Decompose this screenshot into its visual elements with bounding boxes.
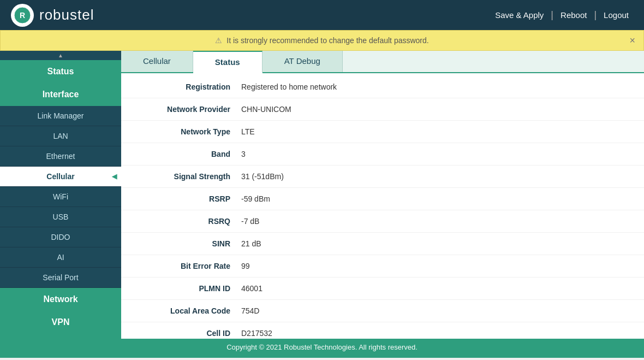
sidebar-item-serial-port[interactable]: Serial Port: [0, 268, 121, 288]
table-row: Band3: [121, 143, 644, 166]
table-row: RSRP-59 dBm: [121, 188, 644, 210]
row-value: 3: [241, 150, 246, 158]
table-row: Local Area Code754D: [121, 300, 644, 322]
row-value: -59 dBm: [241, 194, 270, 203]
row-label: Signal Strength: [132, 172, 241, 181]
sidebar-item-dido[interactable]: DIDO: [0, 227, 121, 247]
row-label: Local Area Code: [132, 306, 241, 315]
sidebar-item-ethernet[interactable]: Ethernet: [0, 146, 121, 167]
row-label: Cell ID: [132, 329, 241, 338]
tab-status[interactable]: Status: [193, 51, 263, 73]
row-label: SINR: [132, 239, 241, 248]
table-row: Network ProviderCHN-UNICOM: [121, 98, 644, 121]
logo: R robustel: [11, 4, 94, 27]
sidebar-item-usb[interactable]: USB: [0, 207, 121, 227]
data-table: RegistrationRegistered to home networkNe…: [121, 73, 644, 339]
row-label: RSRQ: [132, 217, 241, 226]
main-layout: ▲ Status Interface Link Manager LAN Ethe…: [0, 51, 644, 339]
row-value: 99: [241, 262, 250, 270]
table-row: RSRQ-7 dB: [121, 210, 644, 233]
warning-icon: ⚠: [215, 36, 222, 45]
table-row: Signal Strength31 (-51dBm): [121, 166, 644, 188]
footer: Copyright © 2021 Robustel Technologies. …: [0, 339, 644, 358]
save-apply-button[interactable]: Save & Apply: [491, 10, 548, 20]
table-row: Network TypeLTE: [121, 121, 644, 143]
tab-at-debug[interactable]: AT Debug: [263, 51, 343, 72]
reboot-button[interactable]: Reboot: [556, 10, 591, 20]
logo-text: robustel: [39, 7, 94, 23]
row-label: Bit Error Rate: [132, 262, 241, 270]
sidebar-network[interactable]: Network: [0, 288, 121, 311]
row-label: RSRP: [132, 194, 241, 203]
sidebar: ▲ Status Interface Link Manager LAN Ethe…: [0, 51, 121, 339]
row-label: Band: [132, 150, 241, 158]
warning-close-button[interactable]: ×: [629, 35, 635, 46]
sidebar-item-cellular[interactable]: Cellular: [0, 167, 121, 187]
row-label: Registration: [132, 82, 241, 91]
table-row: Cell IDD217532: [121, 322, 644, 339]
table-row: Bit Error Rate99: [121, 255, 644, 278]
header: R robustel Save & Apply | Reboot | Logou…: [0, 0, 644, 30]
svg-text:R: R: [20, 11, 25, 20]
sidebar-interface[interactable]: Interface: [0, 83, 121, 106]
logout-button[interactable]: Logout: [599, 10, 633, 20]
row-value: -7 dB: [241, 217, 259, 226]
table-row: RegistrationRegistered to home network: [121, 76, 644, 98]
row-value: 21 dB: [241, 239, 261, 248]
row-label: Network Provider: [132, 105, 241, 114]
header-actions: Save & Apply | Reboot | Logout: [491, 9, 633, 21]
row-value: LTE: [241, 127, 255, 136]
row-value: 31 (-51dBm): [241, 172, 284, 181]
sidebar-scroll-up[interactable]: ▲: [0, 51, 121, 60]
sidebar-status[interactable]: Status: [0, 60, 121, 83]
row-value: 754D: [241, 306, 259, 315]
row-value: D217532: [241, 329, 272, 338]
divider-1: |: [551, 9, 553, 21]
row-label: PLMN ID: [132, 284, 241, 293]
table-row: SINR21 dB: [121, 233, 644, 255]
sidebar-item-ai[interactable]: AI: [0, 247, 121, 268]
warning-banner: ⚠ It is strongly recommended to change t…: [0, 30, 644, 51]
content-area: Cellular Status AT Debug RegistrationReg…: [121, 51, 644, 339]
row-label: Network Type: [132, 127, 241, 136]
tab-cellular[interactable]: Cellular: [121, 51, 193, 72]
sidebar-item-lan[interactable]: LAN: [0, 126, 121, 146]
divider-2: |: [594, 9, 597, 21]
sidebar-item-link-manager[interactable]: Link Manager: [0, 106, 121, 126]
warning-message: It is strongly recommended to change the…: [226, 36, 428, 45]
sidebar-item-wifi[interactable]: WiFi: [0, 187, 121, 207]
logo-icon: R: [11, 4, 34, 27]
table-row: PLMN ID46001: [121, 278, 644, 300]
row-value: CHN-UNICOM: [241, 105, 291, 114]
row-value: 46001: [241, 284, 263, 293]
sidebar-vpn[interactable]: VPN: [0, 311, 121, 334]
copyright-text: Copyright © 2021 Robustel Technologies. …: [226, 343, 418, 351]
tabs: Cellular Status AT Debug: [121, 51, 644, 73]
sidebar-services[interactable]: Services: [0, 334, 121, 339]
row-value: Registered to home network: [241, 82, 337, 91]
